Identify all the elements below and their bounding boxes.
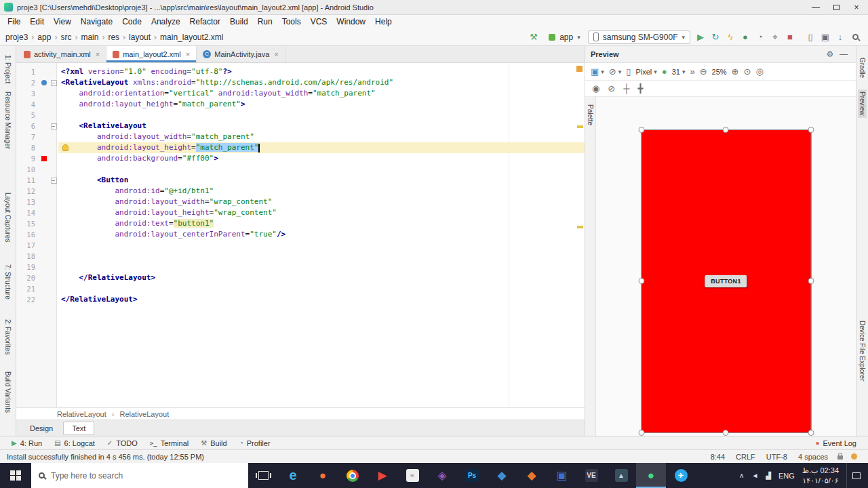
firefox-icon[interactable]: ● — [308, 463, 338, 488]
chrome-icon[interactable] — [338, 463, 368, 488]
code-text[interactable]: android:layout_height="match_parent"> — [58, 99, 585, 110]
selection-handle[interactable] — [638, 127, 644, 133]
toolwindow-event-log[interactable]: ●Event Log — [809, 439, 863, 447]
design-canvas[interactable]: BUTTON1 — [596, 97, 856, 436]
stop-icon[interactable]: ■ — [783, 30, 797, 43]
code-text[interactable]: android:layout_centerInParent="true"/> — [58, 229, 585, 240]
ve-app-icon[interactable]: VE — [576, 463, 606, 488]
menu-build[interactable]: Build — [225, 16, 253, 28]
media-player-icon[interactable]: ▶ — [368, 463, 397, 488]
breadcrumb-item-src[interactable]: src — [60, 33, 71, 42]
tool-stripe-2-favorites[interactable]: 2: Favorites — [3, 317, 12, 357]
warning-stripe-mark[interactable] — [577, 125, 583, 128]
menu-edit[interactable]: Edit — [25, 16, 49, 28]
menu-code[interactable]: Code — [117, 16, 146, 28]
toolwindow-terminal[interactable]: >_Terminal — [144, 439, 195, 447]
tab-activity-main-xml[interactable]: activity_main.xml× — [18, 46, 106, 62]
tab-text[interactable]: Text — [63, 422, 94, 435]
code-text[interactable]: <?xml version="1.0" encoding="utf-8"?> — [58, 66, 585, 77]
encoding-indicator[interactable]: UTF-8 — [761, 453, 793, 461]
device-select[interactable]: samsung SM-G900F ▾ — [588, 30, 690, 44]
color-swatch-icon[interactable] — [41, 156, 47, 161]
design-surface-icon[interactable]: ▣▾ — [591, 66, 604, 77]
breadcrumb-item-app[interactable]: app — [37, 33, 51, 42]
notification-dot-icon[interactable] — [851, 453, 857, 460]
code-text[interactable]: <RelativeLayout xmlns:android="http://sc… — [58, 77, 585, 88]
code-text[interactable]: android:layout_width="match_parent" — [58, 131, 585, 142]
close-icon[interactable]: × — [274, 50, 278, 58]
tool-stripe-1-project[interactable]: 1: Project — [3, 53, 12, 85]
edge-icon[interactable]: e — [278, 463, 308, 488]
volume-icon[interactable]: ◄ — [751, 472, 758, 479]
start-button[interactable] — [0, 463, 31, 488]
tool-stripe-build-variants[interactable]: Build Variants — [3, 369, 12, 415]
app-icon-orange-diamond[interactable]: ◆ — [517, 463, 547, 488]
toolbar-overflow-icon[interactable]: » — [690, 66, 694, 77]
code-text[interactable]: <RelativeLayout — [58, 121, 585, 131]
menu-view[interactable]: View — [49, 16, 76, 28]
close-button[interactable]: × — [846, 1, 867, 14]
palette-tab[interactable]: Palette — [586, 102, 595, 127]
maximize-button[interactable] — [826, 1, 846, 14]
code-text[interactable]: android:layout_height="wrap_content" — [58, 207, 585, 218]
code-editor[interactable]: 1<?xml version="1.0" encoding="utf-8"?>2… — [16, 63, 585, 407]
android-emulator-icon[interactable]: ● — [636, 463, 666, 488]
run-config-select[interactable]: app ▾ — [544, 30, 585, 44]
tool-stripe-7-structure[interactable]: 7: Structure — [3, 262, 12, 302]
toolwindow-todo[interactable]: ✓TODO — [101, 439, 144, 447]
code-text[interactable]: <Button — [58, 175, 585, 186]
warning-stripe-mark[interactable] — [577, 226, 583, 228]
breadcrumb-item-main-layout2-xml[interactable]: main_layout2.xml — [160, 33, 223, 42]
device-phone-icon[interactable]: ▯ — [626, 66, 631, 77]
toolwindow-run[interactable]: ▶4: Run — [5, 439, 48, 447]
pointer-mode-icon[interactable]: ⊘ — [608, 83, 615, 94]
intention-bulb-icon[interactable] — [62, 144, 68, 151]
code-text[interactable]: android:id="@+id/btn1" — [58, 186, 585, 197]
layout-inspector-icon[interactable]: ▣ — [818, 30, 833, 43]
close-icon[interactable]: × — [186, 50, 190, 58]
zoom-actual-icon[interactable]: ◎ — [755, 66, 763, 77]
fold-icon[interactable]: − — [51, 80, 57, 86]
apply-code-changes-icon[interactable]: ϟ — [723, 30, 738, 43]
code-text[interactable] — [58, 164, 585, 175]
sdk-manager-icon[interactable]: ↓ — [833, 30, 848, 43]
hidden-icons-chevron[interactable]: ∧ — [739, 472, 744, 479]
zoom-level[interactable]: 25% — [712, 68, 727, 76]
align-icon[interactable]: ╋ — [637, 83, 643, 94]
run-icon[interactable]: ▶ — [693, 30, 708, 43]
code-text[interactable]: android:background="#ff00"> — [58, 153, 585, 164]
visual-studio-icon[interactable]: ◈ — [427, 463, 457, 488]
breadcrumb-item-proje3[interactable]: proje3 — [5, 33, 28, 42]
code-text[interactable]: android:orientation="vertical" android:l… — [58, 88, 585, 99]
telegram-icon[interactable]: ✈ — [666, 463, 696, 488]
selection-handle[interactable] — [808, 127, 814, 133]
preview-button1[interactable]: BUTTON1 — [705, 275, 747, 287]
search-everywhere-icon[interactable] — [848, 30, 863, 43]
selection-handle[interactable] — [638, 278, 644, 284]
api-level-icon[interactable]: ● — [662, 66, 667, 77]
selection-handle[interactable] — [638, 430, 644, 436]
toolwindow-build[interactable]: ⚒Build — [195, 439, 233, 447]
toolwindow-profiler[interactable]: ◔Profiler — [233, 439, 277, 447]
app-icon-blue-diamond[interactable]: ◆ — [487, 463, 517, 488]
device-manager-icon[interactable]: ▯ — [803, 30, 818, 43]
preview-phone[interactable]: BUTTON1 — [641, 129, 811, 433]
code-text[interactable]: android:text="button1" — [58, 218, 585, 229]
close-icon[interactable]: × — [96, 50, 100, 58]
device-select[interactable]: Pixel▾ — [635, 68, 656, 76]
tool-stripe-device-file-explorer[interactable]: Device File Explorer — [858, 319, 867, 383]
tool-stripe-preview[interactable]: Preview — [858, 89, 867, 118]
zoom-in-icon[interactable]: ⊕ — [732, 66, 739, 77]
orientation-icon[interactable]: ⊘▾ — [609, 66, 621, 77]
selection-handle[interactable] — [723, 127, 729, 133]
action-center-button[interactable] — [846, 463, 865, 488]
code-text[interactable] — [58, 240, 585, 251]
code-text[interactable] — [58, 262, 585, 272]
tab-main-layout2-xml[interactable]: main_layout2.xml× — [106, 46, 197, 62]
taskbar-search-input[interactable]: Type here to search — [31, 463, 248, 488]
menu-vcs[interactable]: VCS — [306, 16, 332, 28]
menu-window[interactable]: Window — [332, 16, 370, 28]
gear-icon[interactable]: ⚙ — [823, 49, 837, 59]
debug-icon[interactable]: ● — [738, 30, 753, 43]
readonly-lock-icon[interactable] — [837, 455, 843, 460]
